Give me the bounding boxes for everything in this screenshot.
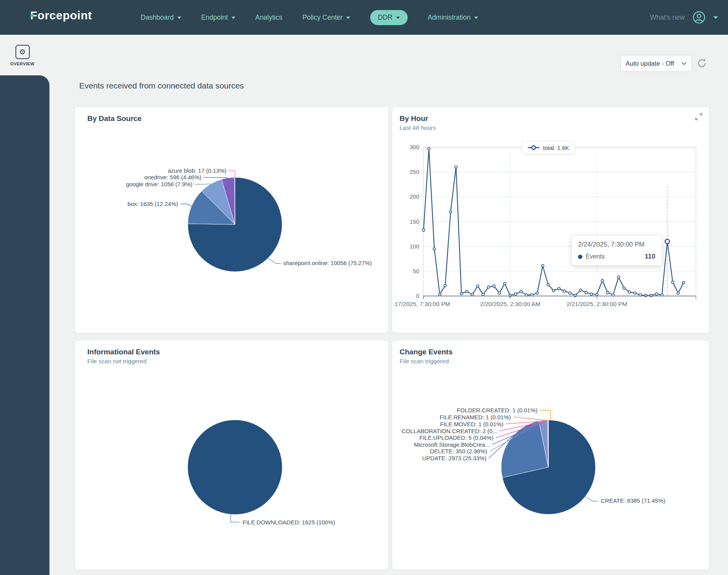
pie-slice-label: COLLABORATION.CREATED: 2 (0... (401, 428, 497, 434)
line-point[interactable] (563, 290, 566, 293)
line-point[interactable] (536, 292, 539, 294)
line-point[interactable] (645, 294, 647, 297)
sidebar-item-overview[interactable]: ⚙ OVERVIEW (4, 45, 41, 66)
tooltip-series-name: Events (586, 253, 605, 260)
auto-update-select[interactable]: Auto update - Off (620, 55, 692, 72)
pie-label-leader-line (229, 171, 235, 178)
left-sidebar (0, 75, 49, 575)
line-point[interactable] (503, 282, 506, 285)
line-point[interactable] (439, 293, 441, 296)
line-point[interactable] (628, 291, 631, 293)
line-point[interactable] (595, 293, 598, 296)
line-point[interactable] (471, 293, 474, 296)
line-point[interactable] (634, 292, 636, 294)
line-point[interactable] (623, 287, 626, 289)
forcepoint-logo[interactable]: Forcepoint (30, 9, 92, 26)
line-point[interactable] (487, 286, 490, 289)
nav-item-label: Administration (428, 14, 471, 22)
pie-slice-label: FOLDER.CREATED: 1 (0.01%) (457, 407, 537, 413)
nav-item-ddr-active[interactable]: DDR (370, 10, 408, 25)
line-point[interactable] (498, 292, 501, 294)
whats-new-link[interactable]: What's new (650, 14, 685, 22)
chevron-down-icon[interactable] (713, 16, 718, 19)
chevron-down-icon (231, 17, 235, 19)
pie-label-leader-line (204, 177, 228, 178)
line-point[interactable] (606, 291, 609, 294)
line-point[interactable] (460, 292, 463, 295)
line-point[interactable] (514, 293, 517, 296)
line-point[interactable] (590, 293, 593, 296)
tooltip-series-dot (578, 255, 582, 259)
line-point[interactable] (449, 211, 452, 213)
y-axis-tick-label: 200 (410, 193, 419, 200)
pie-slice-label: DELETE: 350 (2.98%) (430, 448, 487, 454)
x-axis-tick-label: 2/20/2025, 2:30:00 AM (480, 301, 540, 307)
line-point[interactable] (547, 283, 549, 286)
user-avatar-icon[interactable] (692, 11, 706, 24)
pie-slice-label: UPDATE: 2973 (25.33%) (422, 455, 486, 461)
chart-legend[interactable]: total: 1.6K (522, 141, 575, 154)
line-point[interactable] (682, 281, 685, 284)
logo-accent-square (31, 14, 34, 17)
nav-item-administration[interactable]: Administration (428, 14, 478, 22)
tooltip-series-row: Events 110 (578, 253, 655, 260)
pie-slice[interactable] (188, 420, 282, 514)
nav-item-label: Dashboard (141, 14, 174, 22)
line-point[interactable] (466, 290, 468, 293)
pie-label-leader-line (195, 184, 211, 184)
card-by-hour: By Hour Last 48 hours 050100150200250300… (392, 107, 709, 333)
line-point[interactable] (476, 285, 479, 288)
pie-label-leader-line (513, 417, 548, 420)
line-point[interactable] (541, 264, 544, 267)
nav-item-endpoint[interactable]: Endpoint (201, 14, 235, 22)
refresh-button[interactable] (697, 58, 707, 68)
line-point[interactable] (585, 291, 587, 294)
line-point[interactable] (455, 166, 458, 168)
line-point[interactable] (422, 229, 425, 231)
line-point[interactable] (677, 292, 680, 294)
pie-slice-label: FILE.DOWNLOADED: 1625 (100%) (243, 519, 335, 526)
line-point[interactable] (482, 293, 485, 296)
pie-label-leader-line (540, 410, 551, 420)
line-point[interactable] (520, 290, 522, 293)
logo-text: Forcepoint (30, 9, 92, 22)
card-by-data-source: By Data Source sharepoint online: 10056 … (75, 107, 389, 333)
line-point[interactable] (444, 284, 447, 287)
line-point[interactable] (433, 248, 436, 250)
pie-slice-label: Microsoft.Storage.BlobCrea... (414, 441, 490, 448)
line-point[interactable] (672, 281, 674, 284)
line-point[interactable] (574, 294, 577, 297)
pie-label-leader-line (268, 258, 281, 264)
page-title: Events received from connected data sour… (79, 81, 244, 90)
pie-slice-label: azure blob: 17 (0.13%) (168, 167, 226, 174)
line-point[interactable] (428, 148, 430, 150)
legend-series-marker (527, 145, 540, 150)
line-point[interactable] (655, 293, 658, 296)
line-point[interactable] (552, 289, 555, 292)
pie-slice-label: FILE.RENAMED: 1 (0.01%) (440, 414, 511, 420)
y-axis-tick-label: 250 (410, 168, 419, 175)
ddr-overview-page: Forcepoint Dashboard Endpoint Analytics … (0, 0, 728, 575)
overview-label: OVERVIEW (4, 61, 41, 66)
line-point[interactable] (601, 279, 604, 282)
nav-item-analytics[interactable]: Analytics (255, 14, 282, 22)
line-point[interactable] (579, 289, 582, 291)
line-point[interactable] (617, 276, 620, 279)
x-axis-tick-label: 17/2025, 7:30:00 PM (395, 301, 450, 307)
line-point[interactable] (650, 294, 653, 297)
informational-events-pie-chart: FILE.DOWNLOADED: 1625 (100%) (75, 340, 389, 570)
nav-item-policy-center[interactable]: Policy Center (303, 14, 350, 22)
pie-slice-label: box: 1635 (12.24%) (128, 201, 178, 207)
nav-item-dashboard[interactable]: Dashboard (141, 14, 181, 22)
chevron-down-icon (396, 17, 400, 19)
line-point[interactable] (493, 285, 495, 288)
pie-label-leader-line (231, 514, 240, 522)
tooltip-series-value: 110 (645, 253, 655, 260)
y-axis-tick-label: 0 (416, 293, 419, 299)
nav-item-label: Analytics (255, 14, 282, 22)
line-point[interactable] (568, 292, 571, 294)
line-point[interactable] (558, 288, 560, 290)
line-point-hovered[interactable] (665, 239, 669, 243)
legend-label: total: 1.6K (543, 145, 569, 151)
nav-item-label: Policy Center (303, 14, 343, 22)
